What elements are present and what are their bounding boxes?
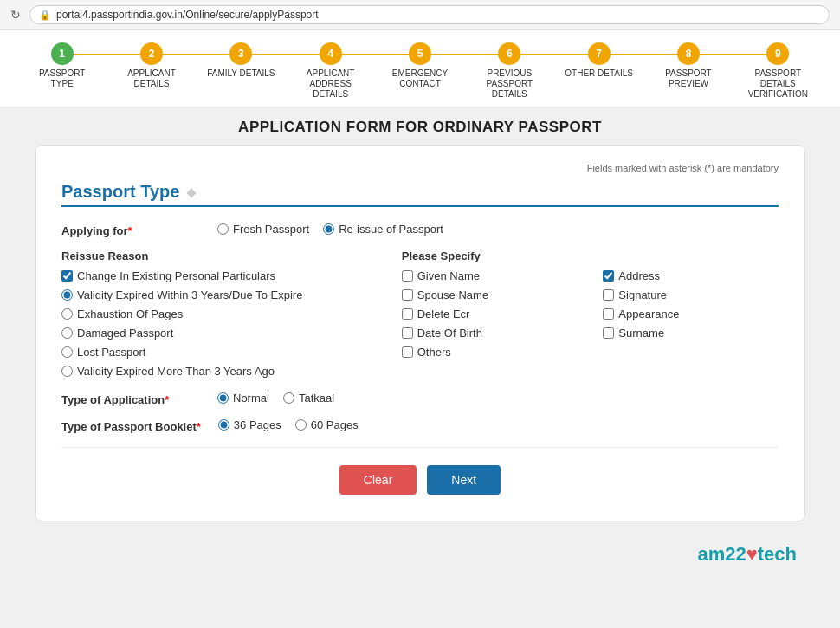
- please-specify-heading: Please Specify: [402, 249, 779, 262]
- step-label-7: OTHER DETAILS: [565, 68, 633, 79]
- pages-36-radio[interactable]: [218, 419, 229, 431]
- specify-others[interactable]: Others: [402, 346, 578, 359]
- reason-validity-more-radio[interactable]: [61, 366, 73, 377]
- diamond-icon: [186, 188, 196, 197]
- specify-delete-ecr[interactable]: Delete Ecr: [402, 308, 578, 320]
- fresh-passport-option[interactable]: Fresh Passport: [217, 223, 309, 236]
- specify-delete-ecr-checkbox[interactable]: [402, 308, 413, 320]
- reason-validity-3-radio[interactable]: [61, 289, 73, 301]
- reason-exhaustion-radio[interactable]: [61, 308, 73, 320]
- lock-icon: 🔒: [39, 10, 51, 21]
- specify-given-name[interactable]: Given Name: [402, 269, 578, 282]
- specify-given-name-checkbox[interactable]: [402, 270, 413, 282]
- specify-others-checkbox[interactable]: [402, 346, 413, 358]
- specify-surname[interactable]: Surname: [603, 327, 779, 340]
- normal-label: Normal: [233, 392, 269, 405]
- reason-exhaustion[interactable]: Exhaustion Of Pages: [61, 308, 376, 320]
- form-card: Fields marked with asterisk (*) are mand…: [35, 145, 805, 521]
- passport-booklet-label: Type of Passport Booklet*: [61, 418, 201, 433]
- pages-60-option[interactable]: 60 Pages: [295, 418, 359, 431]
- fresh-passport-label: Fresh Passport: [233, 223, 309, 236]
- step-label-3: FAMILY DETAILS: [207, 68, 275, 79]
- page-title: APPLICATION FORM FOR ORDINARY PASSPORT: [0, 107, 840, 145]
- step-5[interactable]: 5 EMERGENCY CONTACT: [375, 42, 464, 89]
- reason-validity-more[interactable]: Validity Expired More Than 3 Years Ago: [61, 365, 376, 378]
- passport-booklet-row: Type of Passport Booklet* 36 Pages 60 Pa…: [61, 418, 779, 433]
- step-circle-4: 4: [320, 42, 342, 65]
- url-bar[interactable]: 🔒 portal4.passportindia.gov.in/Online/se…: [29, 5, 830, 24]
- heart-icon: ♥: [746, 543, 758, 565]
- step-6[interactable]: 6 PREVIOUS PASSPORT DETAILS: [465, 42, 554, 100]
- step-label-9: PASSPORT DETAILS VERIFICATION: [743, 68, 812, 100]
- step-3[interactable]: 3 FAMILY DETAILS: [197, 42, 286, 79]
- step-circle-6: 6: [498, 42, 520, 65]
- refresh-icon[interactable]: ↻: [10, 8, 21, 22]
- reason-damaged[interactable]: Damaged Passport: [61, 327, 376, 340]
- brand-watermark: am22♥tech: [697, 543, 797, 566]
- reissue-reason-heading: Reissue Reason: [61, 249, 376, 262]
- step-circle-3: 3: [229, 42, 252, 65]
- reissue-passport-option[interactable]: Re-issue of Passport: [323, 223, 443, 236]
- section-divider: [61, 205, 779, 207]
- application-type-options: Normal Tatkaal: [217, 392, 334, 405]
- specify-signature[interactable]: Signature: [603, 288, 779, 301]
- normal-radio[interactable]: [217, 392, 229, 404]
- specify-spouse-name[interactable]: Spouse Name: [402, 288, 578, 301]
- type-application-label: Type of Application*: [61, 392, 200, 406]
- reissue-passport-radio[interactable]: [323, 223, 334, 235]
- specify-signature-checkbox[interactable]: [603, 289, 614, 301]
- reason-validity-3[interactable]: Validity Expired Within 3 Years/Due To E…: [61, 288, 376, 301]
- specify-appearance-checkbox[interactable]: [603, 308, 614, 320]
- booklet-type-options: 36 Pages 60 Pages: [218, 418, 359, 431]
- step-9[interactable]: 9 PASSPORT DETAILS VERIFICATION: [733, 42, 823, 100]
- tatkaal-option[interactable]: Tatkaal: [283, 392, 334, 405]
- step-circle-1: 1: [51, 42, 74, 65]
- url-text: portal4.passportindia.gov.in/Online/secu…: [56, 9, 319, 21]
- reissue-passport-label: Re-issue of Passport: [339, 223, 443, 236]
- step-8[interactable]: 8 PASSPORT PREVIEW: [643, 42, 733, 89]
- applying-for-label: Applying for*: [61, 223, 200, 237]
- specify-surname-checkbox[interactable]: [603, 327, 614, 339]
- tatkaal-radio[interactable]: [283, 392, 294, 404]
- step-circle-9: 9: [766, 42, 789, 65]
- specify-grid: Given Name Address Spouse Name: [402, 269, 779, 359]
- specify-date-of-birth-checkbox[interactable]: [402, 327, 413, 339]
- step-label-5: EMERGENCY CONTACT: [385, 68, 455, 89]
- step-label-4: APPLICANT ADDRESS DETAILS: [296, 68, 365, 100]
- reason-damaged-radio[interactable]: [61, 327, 73, 339]
- clear-button[interactable]: Clear: [339, 465, 417, 495]
- step-label-6: PREVIOUS PASSPORT DETAILS: [475, 68, 544, 100]
- next-button[interactable]: Next: [427, 465, 501, 495]
- reason-change-personal-checkbox[interactable]: [61, 270, 73, 282]
- pages-60-label: 60 Pages: [311, 418, 359, 431]
- specify-date-of-birth[interactable]: Date Of Birth: [402, 327, 578, 340]
- step-1[interactable]: 1 PASSPORT TYPE: [17, 42, 107, 89]
- normal-option[interactable]: Normal: [217, 392, 269, 405]
- progress-steps: 1 PASSPORT TYPE 2 APPLICANT DETAILS 3 FA…: [0, 30, 840, 107]
- reason-change-personal[interactable]: Change In Existing Personal Particulars: [61, 269, 376, 282]
- specify-appearance[interactable]: Appearance: [603, 308, 779, 320]
- specify-address-checkbox[interactable]: [603, 270, 614, 282]
- fresh-passport-radio[interactable]: [217, 223, 229, 235]
- pages-60-radio[interactable]: [295, 419, 307, 431]
- step-7[interactable]: 7 OTHER DETAILS: [554, 42, 643, 79]
- step-circle-7: 7: [588, 42, 611, 65]
- step-label-2: APPLICANT DETAILS: [117, 68, 186, 89]
- applying-for-options: Fresh Passport Re-issue of Passport: [217, 223, 443, 236]
- reason-lost[interactable]: Lost Passport: [61, 346, 376, 359]
- step-4[interactable]: 4 APPLICANT ADDRESS DETAILS: [286, 42, 375, 100]
- pages-36-option[interactable]: 36 Pages: [218, 418, 281, 431]
- browser-bar: ↻ 🔒 portal4.passportindia.gov.in/Online/…: [0, 0, 840, 30]
- step-circle-2: 2: [140, 42, 163, 65]
- tatkaal-label: Tatkaal: [299, 392, 334, 405]
- reason-lost-radio[interactable]: [61, 346, 73, 358]
- section-title: Passport Type: [61, 182, 779, 202]
- step-label-8: PASSPORT PREVIEW: [654, 68, 723, 89]
- step-circle-5: 5: [409, 42, 431, 65]
- specify-address[interactable]: Address: [603, 269, 779, 282]
- button-row: Clear Next: [61, 447, 779, 495]
- step-2[interactable]: 2 APPLICANT DETAILS: [107, 42, 196, 89]
- reason-column: Reissue Reason Change In Existing Person…: [61, 249, 376, 378]
- applying-for-row: Applying for* Fresh Passport Re-issue of…: [61, 223, 779, 237]
- specify-spouse-name-checkbox[interactable]: [402, 289, 413, 301]
